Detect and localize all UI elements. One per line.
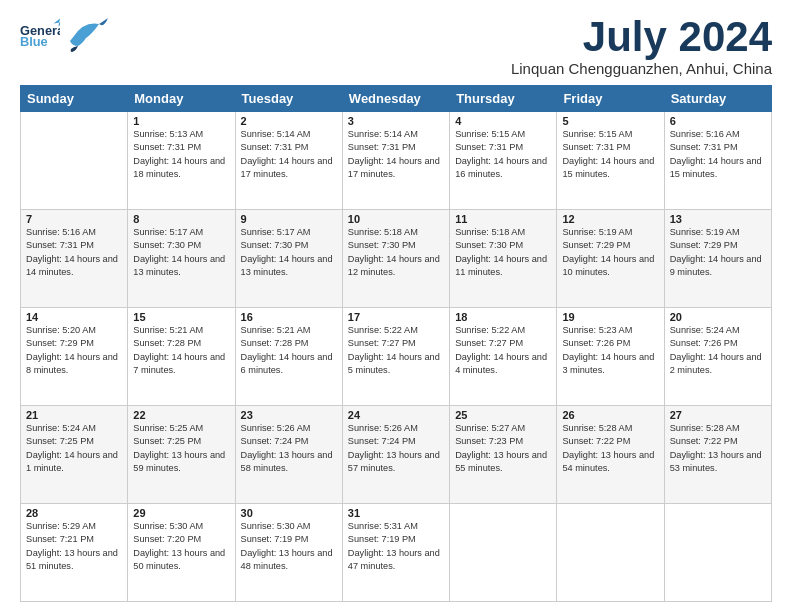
day-info: Sunrise: 5:31 AM Sunset: 7:19 PM Dayligh… [348,520,444,573]
day-cell: 24Sunrise: 5:26 AM Sunset: 7:24 PM Dayli… [342,406,449,504]
day-cell: 12Sunrise: 5:19 AM Sunset: 7:29 PM Dayli… [557,210,664,308]
day-number: 17 [348,311,444,323]
day-number: 7 [26,213,122,225]
day-number: 15 [133,311,229,323]
weekday-sunday: Sunday [21,86,128,112]
day-info: Sunrise: 5:19 AM Sunset: 7:29 PM Dayligh… [562,226,658,279]
day-info: Sunrise: 5:27 AM Sunset: 7:23 PM Dayligh… [455,422,551,475]
day-number: 16 [241,311,337,323]
day-number: 21 [26,409,122,421]
day-cell: 16Sunrise: 5:21 AM Sunset: 7:28 PM Dayli… [235,308,342,406]
day-cell [664,504,771,602]
weekday-friday: Friday [557,86,664,112]
week-row-1: 1Sunrise: 5:13 AM Sunset: 7:31 PM Daylig… [21,112,772,210]
day-number: 31 [348,507,444,519]
day-cell: 10Sunrise: 5:18 AM Sunset: 7:30 PM Dayli… [342,210,449,308]
header: General Blue July 2024 Linquan Chengguan… [20,16,772,77]
day-info: Sunrise: 5:28 AM Sunset: 7:22 PM Dayligh… [670,422,766,475]
day-number: 1 [133,115,229,127]
day-cell: 15Sunrise: 5:21 AM Sunset: 7:28 PM Dayli… [128,308,235,406]
day-cell: 13Sunrise: 5:19 AM Sunset: 7:29 PM Dayli… [664,210,771,308]
day-info: Sunrise: 5:23 AM Sunset: 7:26 PM Dayligh… [562,324,658,377]
month-title: July 2024 [511,16,772,58]
day-cell: 2Sunrise: 5:14 AM Sunset: 7:31 PM Daylig… [235,112,342,210]
day-number: 22 [133,409,229,421]
day-info: Sunrise: 5:16 AM Sunset: 7:31 PM Dayligh… [26,226,122,279]
day-cell: 31Sunrise: 5:31 AM Sunset: 7:19 PM Dayli… [342,504,449,602]
logo: General Blue [20,16,108,54]
day-info: Sunrise: 5:13 AM Sunset: 7:31 PM Dayligh… [133,128,229,181]
day-info: Sunrise: 5:30 AM Sunset: 7:20 PM Dayligh… [133,520,229,573]
day-info: Sunrise: 5:26 AM Sunset: 7:24 PM Dayligh… [241,422,337,475]
day-cell: 25Sunrise: 5:27 AM Sunset: 7:23 PM Dayli… [450,406,557,504]
weekday-saturday: Saturday [664,86,771,112]
title-block: July 2024 Linquan Chengguanzhen, Anhui, … [511,16,772,77]
day-cell: 27Sunrise: 5:28 AM Sunset: 7:22 PM Dayli… [664,406,771,504]
day-number: 11 [455,213,551,225]
day-number: 14 [26,311,122,323]
logo-icon: General Blue [20,17,60,53]
day-info: Sunrise: 5:14 AM Sunset: 7:31 PM Dayligh… [348,128,444,181]
day-cell [450,504,557,602]
day-info: Sunrise: 5:22 AM Sunset: 7:27 PM Dayligh… [348,324,444,377]
day-cell: 29Sunrise: 5:30 AM Sunset: 7:20 PM Dayli… [128,504,235,602]
day-info: Sunrise: 5:28 AM Sunset: 7:22 PM Dayligh… [562,422,658,475]
day-info: Sunrise: 5:24 AM Sunset: 7:26 PM Dayligh… [670,324,766,377]
day-cell: 26Sunrise: 5:28 AM Sunset: 7:22 PM Dayli… [557,406,664,504]
day-cell: 22Sunrise: 5:25 AM Sunset: 7:25 PM Dayli… [128,406,235,504]
day-info: Sunrise: 5:29 AM Sunset: 7:21 PM Dayligh… [26,520,122,573]
day-info: Sunrise: 5:21 AM Sunset: 7:28 PM Dayligh… [133,324,229,377]
day-number: 3 [348,115,444,127]
day-number: 24 [348,409,444,421]
day-cell: 8Sunrise: 5:17 AM Sunset: 7:30 PM Daylig… [128,210,235,308]
day-number: 29 [133,507,229,519]
day-cell: 21Sunrise: 5:24 AM Sunset: 7:25 PM Dayli… [21,406,128,504]
day-number: 2 [241,115,337,127]
day-info: Sunrise: 5:14 AM Sunset: 7:31 PM Dayligh… [241,128,337,181]
day-info: Sunrise: 5:25 AM Sunset: 7:25 PM Dayligh… [133,422,229,475]
day-number: 6 [670,115,766,127]
day-number: 27 [670,409,766,421]
day-info: Sunrise: 5:30 AM Sunset: 7:19 PM Dayligh… [241,520,337,573]
day-cell: 4Sunrise: 5:15 AM Sunset: 7:31 PM Daylig… [450,112,557,210]
day-cell: 20Sunrise: 5:24 AM Sunset: 7:26 PM Dayli… [664,308,771,406]
day-number: 30 [241,507,337,519]
day-info: Sunrise: 5:17 AM Sunset: 7:30 PM Dayligh… [133,226,229,279]
day-number: 25 [455,409,551,421]
day-cell: 17Sunrise: 5:22 AM Sunset: 7:27 PM Dayli… [342,308,449,406]
day-cell: 30Sunrise: 5:30 AM Sunset: 7:19 PM Dayli… [235,504,342,602]
day-number: 10 [348,213,444,225]
week-row-5: 28Sunrise: 5:29 AM Sunset: 7:21 PM Dayli… [21,504,772,602]
calendar-table: SundayMondayTuesdayWednesdayThursdayFrid… [20,85,772,602]
day-number: 9 [241,213,337,225]
day-cell: 1Sunrise: 5:13 AM Sunset: 7:31 PM Daylig… [128,112,235,210]
day-number: 12 [562,213,658,225]
svg-text:Blue: Blue [20,34,48,49]
day-number: 20 [670,311,766,323]
day-cell [557,504,664,602]
weekday-tuesday: Tuesday [235,86,342,112]
location: Linquan Chengguanzhen, Anhui, China [511,60,772,77]
day-cell: 19Sunrise: 5:23 AM Sunset: 7:26 PM Dayli… [557,308,664,406]
day-number: 19 [562,311,658,323]
day-cell: 7Sunrise: 5:16 AM Sunset: 7:31 PM Daylig… [21,210,128,308]
day-number: 28 [26,507,122,519]
day-info: Sunrise: 5:20 AM Sunset: 7:29 PM Dayligh… [26,324,122,377]
day-number: 5 [562,115,658,127]
day-cell [21,112,128,210]
day-cell: 9Sunrise: 5:17 AM Sunset: 7:30 PM Daylig… [235,210,342,308]
week-row-4: 21Sunrise: 5:24 AM Sunset: 7:25 PM Dayli… [21,406,772,504]
day-info: Sunrise: 5:18 AM Sunset: 7:30 PM Dayligh… [348,226,444,279]
day-info: Sunrise: 5:15 AM Sunset: 7:31 PM Dayligh… [455,128,551,181]
day-cell: 18Sunrise: 5:22 AM Sunset: 7:27 PM Dayli… [450,308,557,406]
day-info: Sunrise: 5:24 AM Sunset: 7:25 PM Dayligh… [26,422,122,475]
weekday-monday: Monday [128,86,235,112]
day-number: 18 [455,311,551,323]
day-info: Sunrise: 5:15 AM Sunset: 7:31 PM Dayligh… [562,128,658,181]
day-cell: 23Sunrise: 5:26 AM Sunset: 7:24 PM Dayli… [235,406,342,504]
day-info: Sunrise: 5:22 AM Sunset: 7:27 PM Dayligh… [455,324,551,377]
day-info: Sunrise: 5:21 AM Sunset: 7:28 PM Dayligh… [241,324,337,377]
day-info: Sunrise: 5:26 AM Sunset: 7:24 PM Dayligh… [348,422,444,475]
weekday-thursday: Thursday [450,86,557,112]
day-info: Sunrise: 5:17 AM Sunset: 7:30 PM Dayligh… [241,226,337,279]
